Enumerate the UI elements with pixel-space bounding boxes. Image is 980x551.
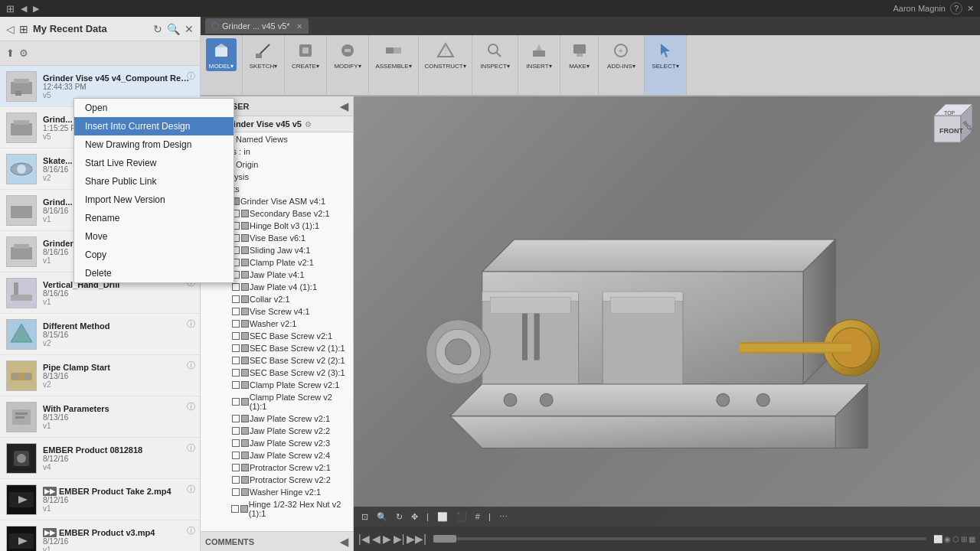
timeline-handle[interactable] xyxy=(433,535,456,543)
grid-btn[interactable]: # xyxy=(472,511,483,522)
browser-item[interactable]: Protractor Screw v2:2 xyxy=(201,474,353,486)
ribbon-btn-modify[interactable]: MODIFY▾ xyxy=(331,38,364,71)
view-mode-btn[interactable]: ⬜ xyxy=(434,511,451,523)
context-menu-item-import-version[interactable]: Import New Version xyxy=(74,191,234,209)
browser-item[interactable]: Jaw Plate Screw v2:2 xyxy=(201,425,353,437)
comments-collapse-icon[interactable]: ◀ xyxy=(340,536,348,548)
browser-item[interactable]: SEC Base Screw v2:1 xyxy=(201,330,353,342)
nav-back-icon[interactable]: ◀ xyxy=(21,4,27,14)
item-label: SEC Base Screw v2:1 xyxy=(250,331,332,341)
context-menu-item-delete[interactable]: Delete xyxy=(74,264,234,282)
ribbon-btn-sketch[interactable]: SKETCH▾ xyxy=(247,38,280,71)
browser-item[interactable]: SEC Base Screw v2 (2):1 xyxy=(201,354,353,367)
browser-item[interactable]: Collar v2:1 xyxy=(201,293,353,305)
item-version: v4 xyxy=(43,463,194,471)
fit-view-btn[interactable]: ⊡ xyxy=(358,511,371,523)
browser-item[interactable]: Jaw Plate Screw v2:3 xyxy=(201,437,353,449)
panel-back-icon[interactable]: ◁ xyxy=(6,23,15,35)
browser-item[interactable]: Clamp Plate Screw v2 (1):1 xyxy=(201,391,353,412)
browser-item[interactable]: Jaw Plate Screw v2:4 xyxy=(201,449,353,461)
context-menu-item-open[interactable]: Open xyxy=(74,99,234,117)
app-menu-icon[interactable]: ⊞ xyxy=(6,3,15,15)
ribbon-btn-model[interactable]: MODEL▾ xyxy=(206,38,237,71)
browser-item[interactable]: Vise Screw v4:1 xyxy=(201,305,353,318)
item-thumbnail xyxy=(6,195,37,226)
tl-start-btn[interactable]: |◀ xyxy=(358,533,370,545)
browser-item[interactable]: Hinge 1/2-32 Hex Nut v2 (1):1 xyxy=(201,498,353,520)
item-info-icon[interactable]: ⓘ xyxy=(187,484,195,495)
close-panel-icon[interactable]: ✕ xyxy=(185,23,194,35)
browser-item[interactable]: Washer v2:1 xyxy=(201,318,353,330)
app-tab[interactable]: ⬡ Grinder ... v45 v5* ✕ xyxy=(205,18,309,34)
ribbon-btn-create[interactable]: CREATE▾ xyxy=(289,38,322,71)
tl-icon[interactable]: ⬜ xyxy=(933,535,942,543)
context-menu-item-share[interactable]: Share Public Link xyxy=(74,172,234,191)
display-mode-btn[interactable]: ⬛ xyxy=(453,511,470,523)
ribbon-btn-insert[interactable]: INSERT▾ xyxy=(523,38,554,71)
context-menu-item-rename[interactable]: Rename xyxy=(74,209,234,227)
ribbon-btn-make[interactable]: MAKE▾ xyxy=(566,38,593,71)
context-menu-item-insert[interactable]: Insert Into Current Design xyxy=(74,117,234,135)
tl-end-btn[interactable]: ▶▶| xyxy=(407,533,426,545)
view-cube[interactable]: FRONT RIGHT TOP xyxy=(923,104,972,154)
browser-item[interactable]: Jaw Plate Screw v2:1 xyxy=(201,412,353,425)
search-icon[interactable]: 🔍 xyxy=(167,23,180,35)
ribbon-btn-assemble[interactable]: ASSEMBLE▾ xyxy=(372,38,414,71)
ribbon-btn-select[interactable]: SELECT▾ xyxy=(648,38,681,71)
context-menu-item-move[interactable]: Move xyxy=(74,227,234,246)
item-info-icon[interactable]: ⓘ xyxy=(187,401,195,412)
vis-icon xyxy=(232,476,240,484)
upload-icon[interactable]: ⬆ xyxy=(6,47,15,59)
settings-icon[interactable]: ⚙ xyxy=(19,47,28,59)
ribbon-btn-construct[interactable]: CONSTRUCT▾ xyxy=(421,38,469,71)
tl-icon[interactable]: ⬡ xyxy=(952,535,959,543)
item-info-icon[interactable]: ⓘ xyxy=(187,525,195,536)
list-item[interactable]: With Parameters 8/13/16 v1 ⓘ xyxy=(0,396,200,438)
orbit-btn[interactable]: ↻ xyxy=(393,511,406,523)
item-info-icon[interactable]: ⓘ xyxy=(187,318,195,330)
list-item[interactable]: Different Method 8/15/16 v2 ⓘ xyxy=(0,314,200,355)
refresh-icon[interactable]: ↻ xyxy=(153,23,162,35)
pan-btn[interactable]: ✥ xyxy=(408,511,421,523)
item-info-icon[interactable]: ⓘ xyxy=(187,360,195,371)
ribbon-btn-addins[interactable]: + ADD-INS▾ xyxy=(604,38,639,71)
ribbon-btn-inspect[interactable]: INSPECT▾ xyxy=(477,38,513,71)
tl-icon[interactable]: ◉ xyxy=(944,535,951,543)
context-menu-item-copy[interactable]: Copy xyxy=(74,246,234,264)
help-btn[interactable]: ? xyxy=(950,2,962,15)
tl-prev-btn[interactable]: ◀ xyxy=(372,533,381,545)
svg-point-15 xyxy=(24,373,31,380)
tl-icon[interactable]: ▦ xyxy=(969,535,975,543)
browser-item[interactable]: SEC Base Screw v2 (1):1 xyxy=(201,342,353,354)
browser-item[interactable]: Washer Hinge v2:1 xyxy=(201,486,353,498)
item-info-icon[interactable]: ⓘ xyxy=(187,442,195,454)
timeline-track[interactable] xyxy=(429,537,931,540)
browser-collapse-icon[interactable]: ◀ xyxy=(340,100,348,112)
item-info-icon[interactable]: ⓘ xyxy=(187,70,195,82)
tl-play-btn[interactable]: ▶ xyxy=(383,533,391,545)
list-item[interactable]: EMBER Product 0812818 8/12/16 v4 ⓘ xyxy=(0,438,200,479)
item-thumbnail xyxy=(6,402,37,432)
tab-close-btn[interactable]: ✕ xyxy=(296,22,302,31)
close-app-icon[interactable]: ✕ xyxy=(967,4,974,14)
more-btn[interactable]: ⋯ xyxy=(496,511,511,523)
browser-item[interactable]: Clamp Plate Screw v2:1 xyxy=(201,379,353,391)
nav-forward-icon[interactable]: ▶ xyxy=(33,4,39,14)
panel-toolbar: ⬆ ⚙ xyxy=(0,41,200,66)
svg-rect-27 xyxy=(256,54,262,58)
tl-next-btn[interactable]: ▶| xyxy=(394,533,405,545)
browser-item[interactable]: SEC Base Screw v2 (3):1 xyxy=(201,367,353,379)
item-date: 8/12/16 xyxy=(43,496,194,504)
context-menu-item-live-review[interactable]: Start Live Review xyxy=(74,154,234,172)
browser-item[interactable]: Protractor Screw v2:1 xyxy=(201,461,353,474)
list-item[interactable]: ▶▶ EMBER Product Take 2.mp4 8/12/16 v1 ⓘ xyxy=(0,479,200,520)
list-item[interactable]: ▶▶ EMBER Product v3.mp4 8/12/16 v1 ⓘ xyxy=(0,520,200,551)
context-menu-item-new-drawing[interactable]: New Drawing from Design xyxy=(74,135,234,154)
list-item[interactable]: Pipe Clamp Start 8/13/16 v2 ⓘ xyxy=(0,355,200,396)
root-settings-icon[interactable]: ⚙ xyxy=(305,120,312,129)
panel-grid-icon[interactable]: ⊞ xyxy=(19,23,28,35)
svg-point-62 xyxy=(446,339,472,365)
viewport[interactable]: FRONT RIGHT TOP ⊡ 🔍 ↻ ✥ | ⬜ ⬛ # | ⋯ xyxy=(354,96,980,551)
tl-icon[interactable]: ⊞ xyxy=(961,535,967,543)
zoom-btn[interactable]: 🔍 xyxy=(374,511,390,523)
